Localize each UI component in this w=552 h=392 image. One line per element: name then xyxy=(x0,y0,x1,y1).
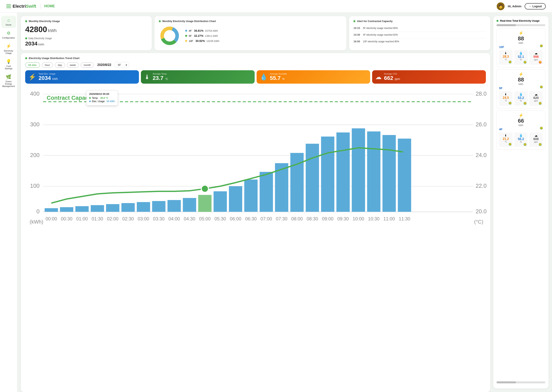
metric-avg-temp: 🌡 Average Temp. 23.7 °C xyxy=(141,70,255,84)
rt-title-label: Real-time Total Electricity Usage xyxy=(500,19,540,22)
realtime-title: Real-time Total Electricity Usage xyxy=(496,19,545,22)
right-panel: Real-time Total Electricity Usage ⚡ 88 k… xyxy=(493,16,548,392)
bar-0530 xyxy=(214,191,227,212)
elec-icon-5f: ⚡ xyxy=(518,72,524,76)
alert-card: Alert for Contracted Capacity 10:15 5F e… xyxy=(349,16,490,50)
legend-name-5f: 5F xyxy=(189,35,192,37)
co2-icon-4f: ☁ xyxy=(530,134,542,137)
yr-280: 28.0 xyxy=(476,91,487,97)
alert-text-1: 5F electricity usage reached 80% xyxy=(363,27,398,30)
btn-week[interactable]: week xyxy=(67,62,79,68)
temp-unit-4f: °C xyxy=(500,141,511,143)
bar-1000 xyxy=(352,128,365,212)
legend-pct-5f: 32.27% xyxy=(194,34,203,37)
logout-button[interactable]: → Logout xyxy=(525,3,546,9)
kwh-badge-10f: 🙂 xyxy=(540,44,543,47)
donut-chart xyxy=(159,25,181,47)
floor-select-wrapper[interactable]: 5F 4F 10F xyxy=(115,62,129,68)
bar-0000 xyxy=(45,208,58,212)
logout-label: Logout xyxy=(532,5,542,8)
hum-val-10f: 52.1 xyxy=(515,55,527,59)
bar-0330 xyxy=(152,201,166,212)
sidebar-item-green-energy[interactable]: 🌿 Green Energy Management xyxy=(1,72,16,89)
monthly-kwh-unit: kWh xyxy=(48,28,57,33)
contract-capacity-label: Contract Capacity xyxy=(47,95,95,101)
x-0200: 02:00 xyxy=(107,216,119,221)
y-100: 100 xyxy=(30,183,40,189)
top-row: Monthly Electricity Usage 42800 kWh Dail… xyxy=(21,16,490,50)
co2-metric-5f: ☁ 620 ppm 🙂 xyxy=(529,91,543,106)
x-0130: 01:30 xyxy=(91,216,103,221)
realtime-card: Real-time Total Electricity Usage ⚡ 88 k… xyxy=(493,16,548,388)
menu-icon[interactable] xyxy=(6,5,11,8)
y-kwh-label: (kWh) xyxy=(30,219,43,225)
x-0700: 07:00 xyxy=(260,216,272,221)
sidebar-item-home[interactable]: ⌂ Home xyxy=(1,16,16,28)
legend-10f: 10F 30.92% 13235 kWh xyxy=(185,39,219,42)
total-elec-icon: ⚡ xyxy=(28,73,36,81)
rt-scrollbar-inner-bottom xyxy=(496,381,516,383)
hum-unit-10f: % xyxy=(515,59,527,61)
floor-label-4f: 4F xyxy=(499,127,543,131)
legend-kwh-4f: 15754 kWh xyxy=(205,29,218,32)
avg-humidity-icon: 💧 xyxy=(260,73,268,81)
kwh-unit-10f: kWh xyxy=(499,42,543,44)
rt-scrollbar-top[interactable] xyxy=(496,24,545,26)
header-right: 🧑 Hi, Admin → Logout xyxy=(497,2,546,10)
bar-0230 xyxy=(121,203,135,212)
metric-total-elec: ⚡ Total Elec. Usage 2034 kWh xyxy=(25,70,139,84)
avg-temp-info: Average Temp. 23.7 °C xyxy=(153,73,252,81)
distribution-label: Monthly Electricity Usage Distribution C… xyxy=(162,20,216,23)
floor-label-10f: 10F xyxy=(499,45,543,49)
x-1100: 11:00 xyxy=(383,216,395,221)
sidebar-item-cost-savings[interactable]: 💡 Cost Savings xyxy=(1,57,16,72)
rt-scrollbar-bottom[interactable] xyxy=(496,381,545,383)
bar-0500 xyxy=(198,195,211,212)
floor-metrics-10f: 🌡 28.3 °C 🙂 💧 52.1 % 🙂 xyxy=(499,50,543,65)
dist-dot xyxy=(159,20,161,22)
hum-icon-5f: 💧 xyxy=(515,92,527,96)
chart-controls: 15 min. hour day week month 2020/8/22 5F… xyxy=(25,62,486,68)
yr-220: 22.0 xyxy=(476,183,487,189)
hum-val-5f: 53.2 xyxy=(515,96,527,100)
trend-title: Electricity Usage Distribution Trend Cha… xyxy=(25,57,486,60)
sidebar-label-green: Green Energy Management xyxy=(2,80,15,87)
bar-0700 xyxy=(259,172,273,212)
x-0800: 08:00 xyxy=(291,216,303,221)
x-1130: 11:30 xyxy=(399,216,410,221)
bar-1100 xyxy=(383,135,396,212)
avg-co2-value: 662 ppm xyxy=(384,75,483,81)
bar-0430 xyxy=(183,198,196,212)
donut-svg xyxy=(159,25,181,47)
btn-hour[interactable]: hour xyxy=(42,62,53,68)
btn-15min[interactable]: 15 min. xyxy=(25,62,40,68)
x-0100: 01:00 xyxy=(76,216,88,221)
avg-humidity-label: Average Humidity xyxy=(270,73,367,75)
legend-name-10f: 10F xyxy=(189,40,193,42)
bar-0130 xyxy=(91,205,104,212)
avg-temp-label: Average Temp. xyxy=(153,73,252,75)
co2-val-10f: 998 xyxy=(530,55,542,59)
home-icon: ⌂ xyxy=(7,18,10,23)
sidebar-item-configuration[interactable]: ⚙ Configuration xyxy=(1,29,16,41)
avg-co2-label: Average CO2 xyxy=(384,73,483,75)
avg-co2-info: Average CO2 662 ppm xyxy=(384,73,483,81)
co2-icon-10f: ☁ xyxy=(530,51,542,55)
daily-kwh-value: 2034 xyxy=(25,41,37,47)
temp-icon-5f: 🌡 xyxy=(500,92,511,96)
x-0630: 06:30 xyxy=(245,216,257,221)
co2-unit-5f: ppm xyxy=(530,100,542,102)
alert-time-3: 16:00 xyxy=(353,40,361,43)
hum-badge-10f: 🙂 xyxy=(524,61,526,63)
btn-day[interactable]: day xyxy=(55,62,65,68)
btn-month[interactable]: month xyxy=(81,62,94,68)
bar-1030 xyxy=(367,132,381,212)
floor-select[interactable]: 5F 4F 10F xyxy=(115,62,129,68)
x-0830: 08:30 xyxy=(307,216,318,221)
floor-card-5f: ⚡ 88 kWh 🙂 5F 🌡 24.5 °C 🙂 xyxy=(496,69,545,108)
bar-0400 xyxy=(168,200,181,212)
sidebar-item-electricity-usage[interactable]: ⚡ Electricity Usage xyxy=(1,42,16,56)
y-0: 0 xyxy=(36,208,40,215)
avatar: 🧑 xyxy=(497,2,505,10)
co2-unit-4f: ppm xyxy=(530,141,542,143)
